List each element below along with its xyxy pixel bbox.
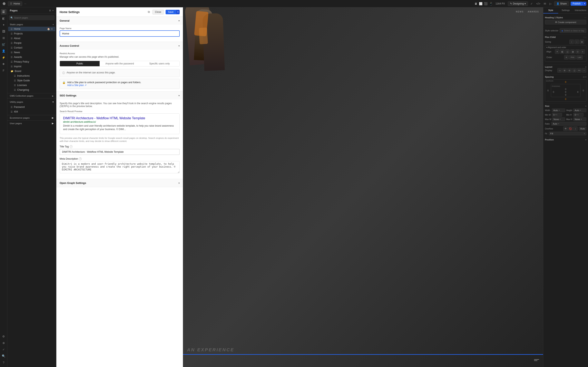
- max-w-input[interactable]: None ▾: [552, 117, 565, 121]
- height-input[interactable]: Auto ▾: [573, 108, 587, 112]
- access-tab-public[interactable]: Public: [60, 61, 100, 66]
- page-item-imprint[interactable]: ☰ Imprint: [8, 64, 55, 69]
- pages-add-icon[interactable]: +: [52, 9, 54, 12]
- assets-icon[interactable]: 🖼: [1, 29, 7, 34]
- display-block[interactable]: ▭: [557, 68, 562, 73]
- og-section-header[interactable]: Open Graph Settings ▾: [56, 179, 183, 187]
- users-icon[interactable]: 👤: [1, 48, 7, 54]
- margin-left-value[interactable]: 0: [546, 89, 550, 92]
- page-item-404[interactable]: ☰ 404: [8, 109, 55, 114]
- style-icon[interactable]: ✦: [1, 22, 7, 28]
- display-grid[interactable]: ⊟: [567, 68, 572, 73]
- ecommerce-icon[interactable]: 🛒: [1, 42, 7, 47]
- pages-import-icon[interactable]: ⬆: [49, 9, 51, 12]
- utility-header[interactable]: Utility pages ▾: [7, 99, 56, 105]
- title-tag-help-icon[interactable]: ?: [70, 145, 72, 148]
- width-input[interactable]: Auto ▾: [552, 108, 565, 112]
- page-settings-icon[interactable]: ⚙: [51, 28, 53, 30]
- ratio-input[interactable]: Auto ▾: [551, 122, 586, 125]
- max-h-input[interactable]: None ▾: [573, 117, 587, 121]
- settings-icon[interactable]: ⚙: [1, 334, 7, 339]
- meta-desc-help-icon[interactable]: ?: [79, 157, 82, 160]
- align-btn-stretch[interactable]: ⊡: [575, 49, 580, 54]
- add-site-plan-link[interactable]: Add a Site plan ↗: [67, 84, 86, 87]
- pages-icon[interactable]: ☰: [1, 9, 7, 15]
- addons-icon[interactable]: ⊕: [1, 340, 7, 346]
- margin-right-value[interactable]: 0: [581, 89, 585, 92]
- overflow-scroll-btn[interactable]: ↕: [573, 126, 578, 131]
- designing-button[interactable]: ✎ Designing ▾: [508, 1, 528, 6]
- overflow-visible-btn[interactable]: 👁: [563, 126, 568, 131]
- align-btn-right[interactable]: ◨: [570, 49, 575, 54]
- margin-bottom-value[interactable]: 0: [564, 98, 568, 100]
- search-pages-input[interactable]: [9, 16, 54, 20]
- meta-desc-textarea[interactable]: Dimitri is a modern and user-friendly ar…: [60, 161, 180, 173]
- ecommerce-header[interactable]: Ecommerce pages ▶: [7, 115, 56, 120]
- save-button[interactable]: Save: [165, 10, 176, 14]
- overflow-hidden-btn[interactable]: 🚫: [568, 126, 573, 131]
- page-item-instructions[interactable]: ☰ Instructions: [8, 74, 55, 78]
- page-item-changelog[interactable]: ☰ Changelog: [8, 88, 55, 92]
- flex-child-grow-icon[interactable]: ↕: [585, 36, 586, 38]
- fit-input[interactable]: Fill ▾: [549, 132, 586, 135]
- heading-styles-dots[interactable]: ···: [584, 16, 586, 19]
- size-collapse[interactable]: ▾: [585, 105, 586, 107]
- sizing-btn-1[interactable]: ↕: [570, 40, 574, 44]
- order-btn-first[interactable]: First: [569, 55, 576, 59]
- display-flex[interactable]: ⊞: [562, 68, 567, 73]
- align-btn-left[interactable]: ◧: [560, 49, 564, 54]
- webflow-logo[interactable]: [2, 1, 7, 6]
- padding-top-value[interactable]: 0: [564, 88, 567, 90]
- sizing-btn-3[interactable]: ⊠: [580, 40, 584, 44]
- tab-interactions[interactable]: Interactions: [573, 7, 588, 13]
- align-btn-center[interactable]: ◫: [565, 49, 570, 54]
- display-none[interactable]: ↔: [582, 68, 586, 73]
- mobile-icon[interactable]: 📱: [489, 2, 493, 5]
- page-item-contact[interactable]: ☰ Contact: [8, 45, 55, 50]
- order-btn-clear[interactable]: ✕: [564, 55, 569, 59]
- page-item-about[interactable]: ☰ About: [8, 36, 55, 41]
- help-icon[interactable]: ?: [1, 360, 7, 365]
- publish-button[interactable]: Publish: [571, 2, 583, 6]
- page-item-privacy[interactable]: ☰ Privacy Policy: [8, 59, 55, 64]
- sizing-btn-2[interactable]: ↔: [575, 40, 579, 44]
- page-item-style-guide[interactable]: ☰ Style Guide: [8, 78, 55, 83]
- access-tab-password[interactable]: Anyone with the password: [100, 61, 139, 66]
- padding-center-value[interactable]: 0: [564, 91, 567, 93]
- margin-top-value[interactable]: 0: [564, 81, 568, 83]
- page-item-projects[interactable]: ☰ Projects: [8, 31, 55, 36]
- seo-section-header[interactable]: SEO Settings ▾: [56, 92, 183, 100]
- min-w-input[interactable]: 0 PX: [552, 113, 562, 117]
- tab-style[interactable]: Style: [543, 7, 558, 13]
- spacing-icon-1[interactable]: ⊡: [583, 76, 585, 78]
- padding-bottom-value[interactable]: 0: [564, 94, 567, 96]
- access-tab-specific[interactable]: Specific users only: [140, 61, 180, 66]
- general-section-header[interactable]: General ▾: [56, 17, 183, 25]
- page-item-password[interactable]: ☰ Password: [8, 105, 55, 109]
- user-pages-header[interactable]: User pages ▶: [7, 121, 56, 126]
- comment-button[interactable]: ✉: [543, 1, 547, 6]
- page-item-news[interactable]: ☰ News: [8, 50, 55, 55]
- display-text[interactable]: AA: [577, 68, 581, 73]
- save-dropdown-button[interactable]: ▾: [176, 10, 180, 14]
- desktop-icon[interactable]: 🖥: [475, 2, 477, 5]
- share-button[interactable]: 👤 Share: [554, 1, 569, 6]
- navigator-icon[interactable]: ◧: [1, 16, 7, 21]
- spacing-icon-2[interactable]: ▾: [585, 76, 586, 78]
- cms-icon[interactable]: ⊞: [1, 35, 7, 41]
- sizing-more[interactable]: ···: [585, 40, 586, 44]
- order-btn-last[interactable]: Last: [576, 55, 583, 59]
- tab-settings[interactable]: Settings: [558, 7, 573, 13]
- page-name-input[interactable]: [60, 30, 180, 37]
- page-item-awards[interactable]: ☰ Awards: [8, 55, 55, 59]
- display-inline[interactable]: ◫: [572, 68, 577, 73]
- style-selector-input[interactable]: ◈ Select a class or tag: [560, 28, 586, 33]
- static-pages-header[interactable]: Static pages ▾: [7, 22, 56, 26]
- home-tab[interactable]: ☰ Home: [8, 1, 22, 6]
- publish-dropdown-button[interactable]: ▾: [583, 2, 586, 6]
- more-options-button[interactable]: ···: [24, 2, 27, 5]
- audit-icon[interactable]: ✓: [1, 347, 7, 352]
- mobile-landscape-icon[interactable]: ⬛: [484, 2, 488, 5]
- search-icon[interactable]: 🔍: [1, 353, 7, 359]
- copy-button[interactable]: ⧉: [147, 9, 151, 15]
